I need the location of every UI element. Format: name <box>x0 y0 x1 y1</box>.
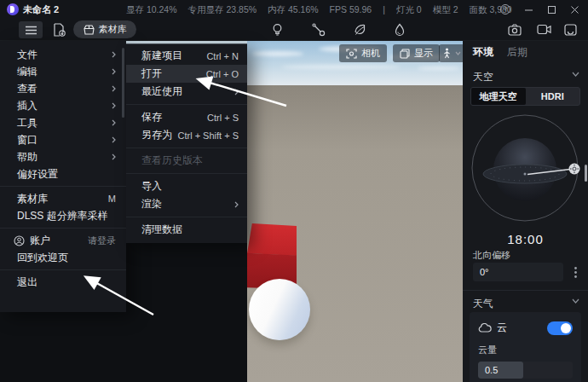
render-queue-icon[interactable] <box>564 24 577 37</box>
menu-item-back-to-welcome[interactable]: 回到欢迎页 <box>0 249 126 266</box>
north-offset-label: 北向偏移 <box>473 249 510 262</box>
submenu-item-open[interactable]: 打开Ctrl + O <box>126 65 247 83</box>
north-offset-input[interactable]: 0° <box>473 263 563 281</box>
menu-item-dlss[interactable]: DLSS 超分辨率采样 <box>0 207 126 224</box>
account-icon <box>14 235 25 246</box>
submenu-item-save-as[interactable]: 另存为Ctrl + Shift + S <box>126 126 247 144</box>
help-icon[interactable]: ? <box>500 4 510 14</box>
3d-viewport[interactable]: 相机 显示 <box>247 41 463 382</box>
menu-item-file[interactable]: 文件 <box>0 46 126 63</box>
submenu-item-save[interactable]: 保存Ctrl + S <box>126 108 247 126</box>
app-logo-icon <box>7 3 19 15</box>
viewport-display-button[interactable]: 显示 <box>393 44 440 62</box>
menu-item-help[interactable]: 帮助 <box>0 148 126 165</box>
cloud-amount-value: 0.5 <box>485 362 498 379</box>
cloud-amount-slider[interactable]: 0.5 <box>478 362 573 379</box>
white-sphere-object <box>249 279 310 340</box>
chevron-down-icon[interactable] <box>572 298 579 304</box>
minimize-icon[interactable] <box>524 5 533 14</box>
video-capture-icon[interactable] <box>537 24 550 37</box>
menu-item-exit[interactable]: 退出 <box>0 274 126 291</box>
menu-item-edit[interactable]: 编辑 <box>0 63 126 80</box>
close-icon[interactable] <box>570 5 579 14</box>
submenu-item-clean-data[interactable]: 清理数据 <box>126 221 247 239</box>
cloud-icon <box>478 323 492 333</box>
walk-person-icon <box>443 48 451 59</box>
cloud-label: 云 <box>497 321 507 335</box>
submenu-item-new-project[interactable]: 新建项目Ctrl + N <box>126 47 247 65</box>
sky-mode-segmented-control: 地理天空 HDRI <box>470 87 580 106</box>
cloud-amount-label: 云量 <box>478 344 573 356</box>
asset-library-button[interactable]: 素材库 <box>73 20 136 38</box>
maximize-icon[interactable] <box>547 5 556 14</box>
chevron-right-icon <box>112 153 116 160</box>
submenu-item-render[interactable]: 渲染 <box>126 195 247 213</box>
menu-item-tools[interactable]: 工具 <box>0 114 126 131</box>
cloud-settings-card: 云 云量 0.5 厚度 <box>470 312 581 382</box>
menu-item-asset-library[interactable]: 素材库M <box>0 190 126 207</box>
cloud-toggle[interactable] <box>547 321 573 335</box>
main-toolbar: 素材库 <box>0 19 588 41</box>
display-cube-icon <box>400 49 410 59</box>
stat-lights: 灯光 0 <box>396 4 422 16</box>
viewport-camera-button[interactable]: 相机 <box>339 44 387 62</box>
sun-time-value: 18:00 <box>463 232 588 246</box>
menu-item-account[interactable]: 账户 请登录 <box>0 232 126 249</box>
menu-divider <box>126 173 247 174</box>
stat-dedicated-vram: 专用显存 23.85% <box>188 4 257 16</box>
menu-item-view[interactable]: 查看 <box>0 80 126 97</box>
menu-scrollbar[interactable] <box>122 48 124 118</box>
submenu-item-view-history: 查看历史版本 <box>126 152 247 170</box>
file-submenu-popup: 新建项目Ctrl + N 打开Ctrl + O 最近使用 保存Ctrl + S … <box>126 43 247 243</box>
menu-divider <box>126 104 247 105</box>
stat-ram: 内存 45.16% <box>268 4 319 16</box>
menu-item-window[interactable]: 窗口 <box>0 131 126 148</box>
import-model-icon[interactable] <box>49 21 68 38</box>
viewport-walk-mode-button[interactable] <box>439 44 463 62</box>
menu-divider <box>126 217 247 217</box>
chevron-right-icon <box>112 102 116 109</box>
menu-item-insert[interactable]: 插入 <box>0 97 126 114</box>
submenu-item-import[interactable]: 导入 <box>126 177 247 195</box>
chevron-right-icon <box>112 85 116 92</box>
window-title: 未命名 2 <box>23 3 59 16</box>
chevron-right-icon <box>112 68 116 75</box>
environment-panel: 环境 后期 天空 地理天空 HDRI 18:00 北向偏移 0° <box>463 41 588 382</box>
viewport-camera-label: 相机 <box>361 47 380 60</box>
sky-section-header[interactable]: 天空 <box>473 70 493 84</box>
submenu-item-recent[interactable]: 最近使用 <box>126 83 247 101</box>
light-tool-icon[interactable] <box>271 23 285 37</box>
menu-item-preferences[interactable]: 偏好设置 <box>0 165 126 182</box>
sun-position-widget[interactable] <box>463 109 588 232</box>
login-action[interactable]: 请登录 <box>88 234 116 247</box>
viewport-display-label: 显示 <box>414 47 433 60</box>
stat-fps: FPS 59.96 <box>330 4 372 16</box>
main-menu-button[interactable] <box>19 21 43 38</box>
hdri-segment[interactable]: HDRI <box>526 88 580 105</box>
effects-tool-icon[interactable] <box>394 23 407 37</box>
tab-post[interactable]: 后期 <box>507 45 527 60</box>
vegetation-tool-icon[interactable] <box>353 23 366 37</box>
asset-library-label: 素材库 <box>99 23 127 36</box>
chevron-right-icon <box>234 89 239 96</box>
shortcut-label: M <box>108 194 116 204</box>
menu-divider <box>0 186 126 187</box>
stat-models: 模型 2 <box>433 4 458 16</box>
chevron-down-icon[interactable] <box>572 72 579 77</box>
tab-environment[interactable]: 环境 <box>473 45 493 60</box>
photo-capture-icon[interactable] <box>508 24 521 37</box>
menu-divider <box>0 269 126 270</box>
menu-divider <box>126 148 247 148</box>
panel-scrollbar[interactable] <box>585 165 587 182</box>
app-window: 未命名 2 显存 10.24% 专用显存 23.85% 内存 45.16% FP… <box>0 0 588 382</box>
stat-separator: | <box>383 4 385 16</box>
material-tool-icon[interactable] <box>312 23 326 37</box>
panel-divider <box>463 290 588 291</box>
chevron-right-icon <box>112 136 116 143</box>
weather-section-header[interactable]: 天气 <box>473 297 493 311</box>
camera-frame-icon <box>346 49 357 59</box>
geo-sky-segment[interactable]: 地理天空 <box>471 88 526 105</box>
performance-stats: 显存 10.24% 专用显存 23.85% 内存 45.16% FPS 59.9… <box>126 4 512 16</box>
red-cube-top-face <box>247 223 297 256</box>
kebab-menu-icon[interactable] <box>568 263 582 281</box>
